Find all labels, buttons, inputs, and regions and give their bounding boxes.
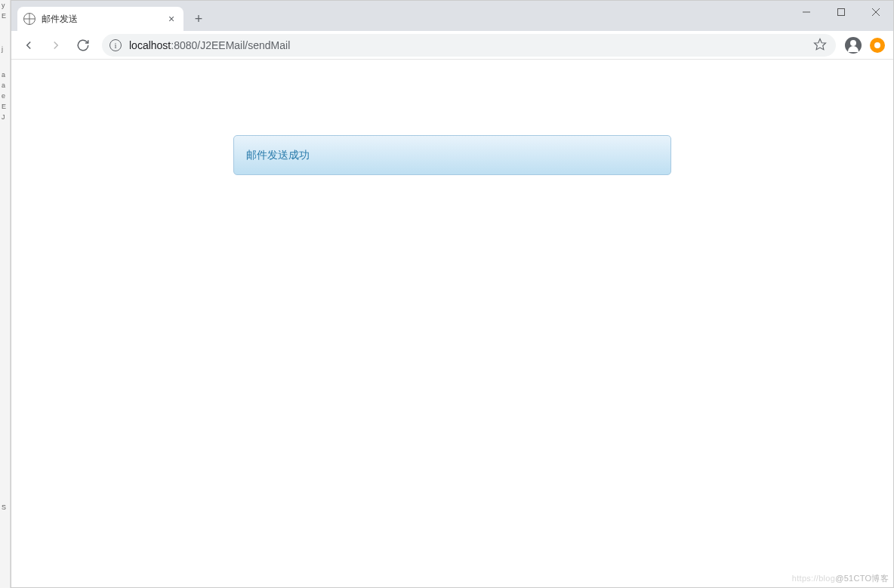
- extension-icon: [870, 38, 885, 53]
- maximize-button[interactable]: [824, 1, 859, 23]
- svg-rect-1: [838, 9, 845, 16]
- url-host: localhost: [129, 39, 171, 51]
- tab-title: 邮件发送: [42, 13, 165, 26]
- browser-window: 邮件发送 × + i: [11, 0, 894, 588]
- url-text: localhost:8080/J2EEMail/sendMail: [129, 39, 813, 51]
- success-message-text: 邮件发送成功: [246, 149, 310, 162]
- back-button[interactable]: [16, 34, 42, 57]
- bookmark-star-icon[interactable]: [813, 38, 828, 53]
- watermark: https://blog@51CTO博客: [792, 573, 889, 584]
- url-port: :8080: [171, 39, 197, 51]
- close-tab-button[interactable]: ×: [165, 13, 177, 25]
- titlebar: 邮件发送 × +: [11, 1, 893, 31]
- address-bar[interactable]: i localhost:8080/J2EEMail/sendMail: [102, 34, 836, 57]
- globe-icon: [23, 13, 35, 25]
- new-tab-button[interactable]: +: [188, 8, 209, 29]
- extension-button[interactable]: [866, 34, 889, 57]
- person-icon: [845, 37, 862, 54]
- profile-button[interactable]: [842, 34, 865, 57]
- svg-marker-4: [815, 38, 826, 49]
- window-controls: [789, 1, 893, 23]
- background-editor-strip: y E j a a e E J S: [0, 0, 11, 588]
- minimize-button[interactable]: [789, 1, 824, 23]
- url-path: /J2EEMail/sendMail: [197, 39, 290, 51]
- close-window-button[interactable]: [859, 1, 893, 23]
- tab-strip: 邮件发送 × +: [11, 1, 209, 31]
- page-content: 邮件发送成功 https://blog@51CTO博客: [11, 60, 893, 587]
- success-message-box: 邮件发送成功: [233, 135, 671, 175]
- toolbar: i localhost:8080/J2EEMail/sendMail: [11, 31, 893, 60]
- forward-button[interactable]: [43, 34, 69, 57]
- browser-tab[interactable]: 邮件发送 ×: [17, 7, 183, 31]
- site-info-icon[interactable]: i: [109, 39, 122, 51]
- reload-button[interactable]: [70, 34, 96, 57]
